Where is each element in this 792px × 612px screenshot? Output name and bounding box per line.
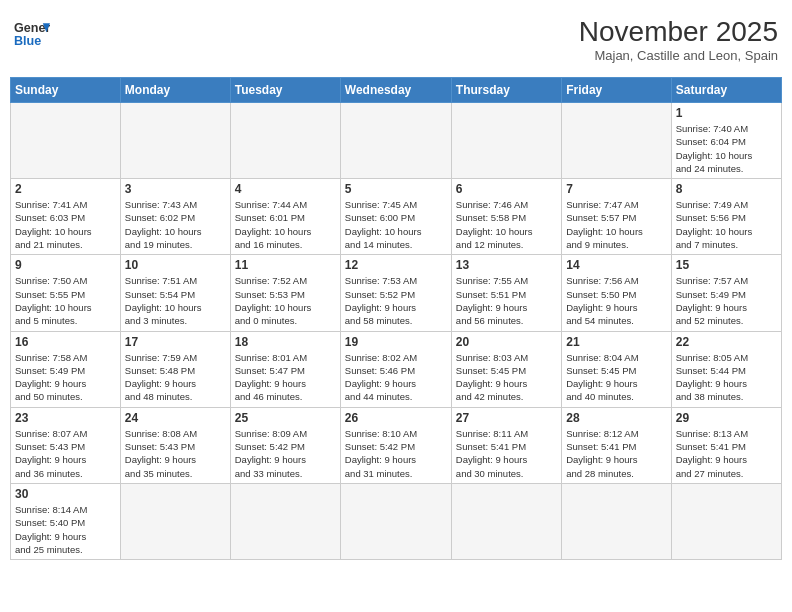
day-info: Sunrise: 7:51 AM Sunset: 5:54 PM Dayligh… [125,274,226,327]
day-info: Sunrise: 8:09 AM Sunset: 5:42 PM Dayligh… [235,427,336,480]
day-number: 10 [125,258,226,272]
calendar-cell: 21Sunrise: 8:04 AM Sunset: 5:45 PM Dayli… [562,331,671,407]
title-block: November 2025 Majan, Castille and Leon, … [579,16,778,63]
calendar-week-5: 23Sunrise: 8:07 AM Sunset: 5:43 PM Dayli… [11,407,782,483]
day-info: Sunrise: 7:50 AM Sunset: 5:55 PM Dayligh… [15,274,116,327]
calendar-cell: 16Sunrise: 7:58 AM Sunset: 5:49 PM Dayli… [11,331,121,407]
calendar-cell: 17Sunrise: 7:59 AM Sunset: 5:48 PM Dayli… [120,331,230,407]
day-number: 21 [566,335,666,349]
calendar-cell: 18Sunrise: 8:01 AM Sunset: 5:47 PM Dayli… [230,331,340,407]
day-number: 8 [676,182,777,196]
day-info: Sunrise: 8:04 AM Sunset: 5:45 PM Dayligh… [566,351,666,404]
day-info: Sunrise: 8:02 AM Sunset: 5:46 PM Dayligh… [345,351,447,404]
day-number: 22 [676,335,777,349]
calendar-cell [230,103,340,179]
calendar-cell: 10Sunrise: 7:51 AM Sunset: 5:54 PM Dayli… [120,255,230,331]
day-number: 12 [345,258,447,272]
weekday-header-monday: Monday [120,78,230,103]
day-info: Sunrise: 8:07 AM Sunset: 5:43 PM Dayligh… [15,427,116,480]
calendar-week-3: 9Sunrise: 7:50 AM Sunset: 5:55 PM Daylig… [11,255,782,331]
day-number: 7 [566,182,666,196]
weekday-header-thursday: Thursday [451,78,561,103]
day-number: 28 [566,411,666,425]
month-title: November 2025 [579,16,778,48]
day-number: 25 [235,411,336,425]
day-number: 5 [345,182,447,196]
day-info: Sunrise: 7:59 AM Sunset: 5:48 PM Dayligh… [125,351,226,404]
day-number: 3 [125,182,226,196]
calendar-cell: 29Sunrise: 8:13 AM Sunset: 5:41 PM Dayli… [671,407,781,483]
calendar-cell: 14Sunrise: 7:56 AM Sunset: 5:50 PM Dayli… [562,255,671,331]
calendar-cell: 2Sunrise: 7:41 AM Sunset: 6:03 PM Daylig… [11,179,121,255]
weekday-header-row: SundayMondayTuesdayWednesdayThursdayFrid… [11,78,782,103]
day-number: 14 [566,258,666,272]
location-subtitle: Majan, Castille and Leon, Spain [579,48,778,63]
day-info: Sunrise: 7:40 AM Sunset: 6:04 PM Dayligh… [676,122,777,175]
calendar-week-6: 30Sunrise: 8:14 AM Sunset: 5:40 PM Dayli… [11,483,782,559]
day-info: Sunrise: 7:56 AM Sunset: 5:50 PM Dayligh… [566,274,666,327]
day-info: Sunrise: 8:12 AM Sunset: 5:41 PM Dayligh… [566,427,666,480]
calendar-cell: 22Sunrise: 8:05 AM Sunset: 5:44 PM Dayli… [671,331,781,407]
day-info: Sunrise: 8:05 AM Sunset: 5:44 PM Dayligh… [676,351,777,404]
day-number: 20 [456,335,557,349]
day-number: 1 [676,106,777,120]
calendar-cell: 27Sunrise: 8:11 AM Sunset: 5:41 PM Dayli… [451,407,561,483]
calendar-cell: 19Sunrise: 8:02 AM Sunset: 5:46 PM Dayli… [340,331,451,407]
day-info: Sunrise: 8:11 AM Sunset: 5:41 PM Dayligh… [456,427,557,480]
calendar-cell: 13Sunrise: 7:55 AM Sunset: 5:51 PM Dayli… [451,255,561,331]
day-number: 19 [345,335,447,349]
calendar-cell: 6Sunrise: 7:46 AM Sunset: 5:58 PM Daylig… [451,179,561,255]
day-info: Sunrise: 7:55 AM Sunset: 5:51 PM Dayligh… [456,274,557,327]
day-number: 15 [676,258,777,272]
calendar-week-4: 16Sunrise: 7:58 AM Sunset: 5:49 PM Dayli… [11,331,782,407]
calendar-week-1: 1Sunrise: 7:40 AM Sunset: 6:04 PM Daylig… [11,103,782,179]
weekday-header-tuesday: Tuesday [230,78,340,103]
calendar-cell: 20Sunrise: 8:03 AM Sunset: 5:45 PM Dayli… [451,331,561,407]
calendar-cell [340,103,451,179]
day-info: Sunrise: 7:58 AM Sunset: 5:49 PM Dayligh… [15,351,116,404]
calendar-cell: 15Sunrise: 7:57 AM Sunset: 5:49 PM Dayli… [671,255,781,331]
calendar-cell [120,103,230,179]
calendar-cell [451,483,561,559]
calendar-cell [451,103,561,179]
calendar-cell [562,483,671,559]
day-number: 2 [15,182,116,196]
calendar-cell: 1Sunrise: 7:40 AM Sunset: 6:04 PM Daylig… [671,103,781,179]
day-info: Sunrise: 7:46 AM Sunset: 5:58 PM Dayligh… [456,198,557,251]
calendar-table: SundayMondayTuesdayWednesdayThursdayFrid… [10,77,782,560]
day-info: Sunrise: 7:52 AM Sunset: 5:53 PM Dayligh… [235,274,336,327]
page-header: General Blue November 2025 Majan, Castil… [10,10,782,69]
calendar-cell [11,103,121,179]
calendar-cell [671,483,781,559]
day-info: Sunrise: 7:41 AM Sunset: 6:03 PM Dayligh… [15,198,116,251]
calendar-cell: 11Sunrise: 7:52 AM Sunset: 5:53 PM Dayli… [230,255,340,331]
day-number: 6 [456,182,557,196]
svg-text:Blue: Blue [14,34,41,48]
calendar-cell: 7Sunrise: 7:47 AM Sunset: 5:57 PM Daylig… [562,179,671,255]
day-info: Sunrise: 8:14 AM Sunset: 5:40 PM Dayligh… [15,503,116,556]
day-info: Sunrise: 8:08 AM Sunset: 5:43 PM Dayligh… [125,427,226,480]
weekday-header-friday: Friday [562,78,671,103]
calendar-cell [120,483,230,559]
day-info: Sunrise: 7:45 AM Sunset: 6:00 PM Dayligh… [345,198,447,251]
calendar-cell: 8Sunrise: 7:49 AM Sunset: 5:56 PM Daylig… [671,179,781,255]
day-info: Sunrise: 8:01 AM Sunset: 5:47 PM Dayligh… [235,351,336,404]
calendar-cell: 24Sunrise: 8:08 AM Sunset: 5:43 PM Dayli… [120,407,230,483]
day-number: 17 [125,335,226,349]
calendar-cell: 4Sunrise: 7:44 AM Sunset: 6:01 PM Daylig… [230,179,340,255]
weekday-header-sunday: Sunday [11,78,121,103]
weekday-header-wednesday: Wednesday [340,78,451,103]
day-number: 11 [235,258,336,272]
calendar-cell: 9Sunrise: 7:50 AM Sunset: 5:55 PM Daylig… [11,255,121,331]
day-number: 18 [235,335,336,349]
day-number: 9 [15,258,116,272]
day-info: Sunrise: 7:43 AM Sunset: 6:02 PM Dayligh… [125,198,226,251]
calendar-cell [562,103,671,179]
day-info: Sunrise: 7:57 AM Sunset: 5:49 PM Dayligh… [676,274,777,327]
day-number: 16 [15,335,116,349]
calendar-week-2: 2Sunrise: 7:41 AM Sunset: 6:03 PM Daylig… [11,179,782,255]
calendar-cell: 23Sunrise: 8:07 AM Sunset: 5:43 PM Dayli… [11,407,121,483]
calendar-cell: 5Sunrise: 7:45 AM Sunset: 6:00 PM Daylig… [340,179,451,255]
calendar-cell: 3Sunrise: 7:43 AM Sunset: 6:02 PM Daylig… [120,179,230,255]
day-info: Sunrise: 7:47 AM Sunset: 5:57 PM Dayligh… [566,198,666,251]
